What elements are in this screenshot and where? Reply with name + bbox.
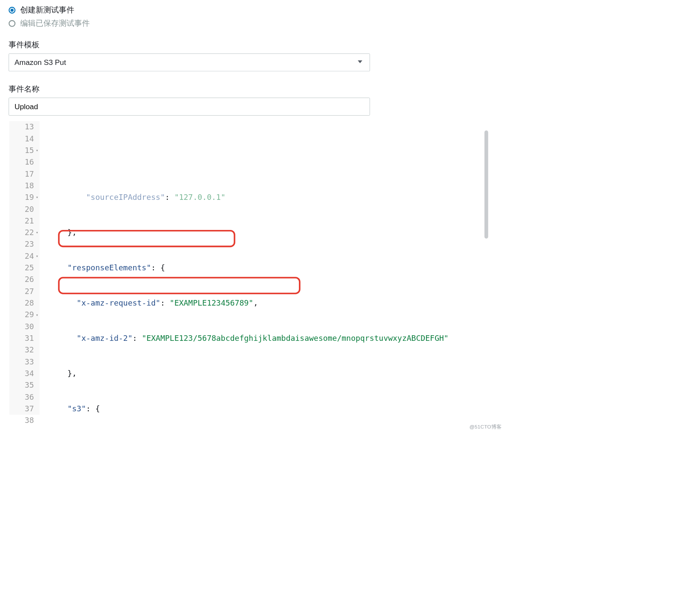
- line-number-gutter: 13 14 15▾ 16 17 18 19▾ 20 21 22▾ 23 24▾ …: [9, 121, 40, 415]
- test-event-radio-group: 创建新测试事件 编辑已保存测试事件: [9, 6, 495, 27]
- event-name-input[interactable]: [9, 98, 370, 116]
- code-editor[interactable]: 13 14 15▾ 16 17 18 19▾ 20 21 22▾ 23 24▾ …: [0, 121, 490, 415]
- radio-icon: [9, 6, 15, 13]
- caret-down-icon: [356, 58, 363, 67]
- event-template-select[interactable]: Amazon S3 Put: [9, 53, 370, 71]
- create-radio-label: 创建新测试事件: [20, 6, 74, 14]
- highlight-bucket-arn: [58, 277, 300, 294]
- editor-scrollbar[interactable]: [484, 121, 489, 415]
- watermark: @51CTO博客: [469, 424, 501, 430]
- scrollbar-thumb[interactable]: [484, 130, 488, 239]
- edit-radio-label: 编辑已保存测试事件: [20, 19, 90, 27]
- edit-saved-test-event-radio: 编辑已保存测试事件: [9, 19, 495, 27]
- event-name-label: 事件名称: [9, 84, 495, 94]
- event-template-label: 事件模板: [9, 40, 495, 50]
- event-template-value: Amazon S3 Put: [15, 58, 66, 67]
- radio-icon: [9, 20, 15, 27]
- code-content[interactable]: "sourceIPAddress": "127.0.0.1" }, "respo…: [40, 121, 483, 415]
- create-new-test-event-radio[interactable]: 创建新测试事件: [9, 6, 495, 14]
